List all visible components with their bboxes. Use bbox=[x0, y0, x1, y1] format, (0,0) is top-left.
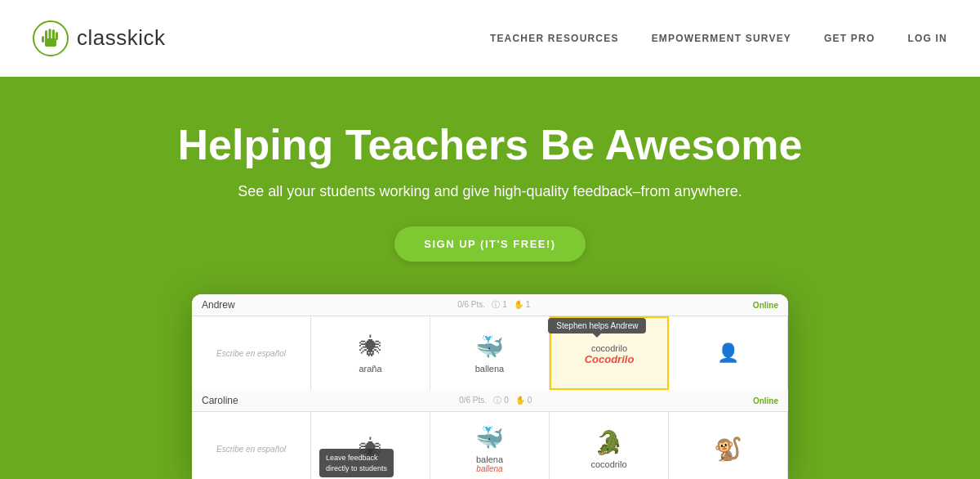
svg-rect-4 bbox=[52, 29, 55, 40]
row-meta-caroline: 0/6 Pts. ⓘ 0 ✋ 0 bbox=[459, 395, 532, 406]
cell-spider-andrew: 🕷 araña bbox=[311, 316, 430, 390]
student-name-andrew: Andrew bbox=[202, 299, 235, 311]
cell-whale-caroline: 🐳 balena ballena bbox=[430, 412, 550, 479]
student-name-caroline: Caroline bbox=[202, 395, 238, 406]
main-nav: TEACHER RESOURCES EMPOWERMENT SURVEY GET… bbox=[490, 33, 947, 44]
logo-area[interactable]: classkick bbox=[33, 20, 166, 56]
svg-rect-3 bbox=[49, 29, 51, 40]
cell-croc-caroline: 🐊 cocodrilo bbox=[550, 412, 669, 479]
app-mockup: Andrew 0/6 Pts. ⓘ 1 ✋ 1 Online Stephen h… bbox=[192, 294, 788, 479]
svg-rect-5 bbox=[56, 32, 58, 40]
row-status-caroline: Online bbox=[753, 396, 778, 405]
nav-log-in[interactable]: LOG IN bbox=[907, 33, 947, 44]
signup-button[interactable]: SIGN UP (IT'S FREE!) bbox=[394, 226, 585, 262]
cell-text-andrew: Escribe en español bbox=[192, 316, 311, 390]
cell-text-caroline: Escribe en español bbox=[192, 412, 311, 479]
nav-teacher-resources[interactable]: TEACHER RESOURCES bbox=[490, 33, 619, 44]
row-status-andrew: Online bbox=[753, 301, 778, 310]
row-meta-andrew: 0/6 Pts. ⓘ 1 ✋ 1 bbox=[457, 299, 530, 311]
hero-subtitle: See all your students working and give h… bbox=[238, 183, 742, 200]
nav-get-pro[interactable]: GET PRO bbox=[824, 33, 875, 44]
row-cells-caroline: Escribe en español 🕷 Leave feedbackdirec… bbox=[192, 412, 788, 479]
hero-title: Helping Teachers Be Awesome bbox=[178, 122, 803, 168]
cell-monkey-caroline: 🐒 bbox=[669, 412, 788, 479]
hero-section: Helping Teachers Be Awesome See all your… bbox=[0, 77, 980, 479]
logo-text: classkick bbox=[77, 25, 166, 51]
feedback-bubble: Leave feedbackdirectly to students bbox=[319, 449, 394, 477]
cell-whale-andrew: 🐳 ballena bbox=[430, 316, 550, 390]
tooltip-stephen-andrew: Stephen helps Andrew bbox=[548, 318, 646, 334]
svg-rect-2 bbox=[45, 30, 47, 41]
mockup-content: Andrew 0/6 Pts. ⓘ 1 ✋ 1 Online Stephen h… bbox=[192, 294, 788, 479]
logo-icon bbox=[33, 20, 69, 56]
cell-empty-andrew: 👤 bbox=[669, 316, 788, 390]
nav-empowerment-survey[interactable]: EMPOWERMENT SURVEY bbox=[652, 33, 791, 44]
row-cells-andrew: Stephen helps Andrew Escribe en español … bbox=[192, 316, 788, 390]
table-row: Andrew 0/6 Pts. ⓘ 1 ✋ 1 Online Stephen h… bbox=[192, 294, 788, 390]
row-header-caroline: Caroline 0/6 Pts. ⓘ 0 ✋ 0 Online bbox=[192, 390, 788, 412]
svg-rect-6 bbox=[42, 36, 44, 43]
header: classkick TEACHER RESOURCES EMPOWERMENT … bbox=[0, 0, 980, 77]
cell-spider-caroline: 🕷 Leave feedbackdirectly to students bbox=[311, 412, 430, 479]
table-row: Caroline 0/6 Pts. ⓘ 0 ✋ 0 Online Escribe… bbox=[192, 390, 788, 479]
row-header-andrew: Andrew 0/6 Pts. ⓘ 1 ✋ 1 Online bbox=[192, 294, 788, 316]
